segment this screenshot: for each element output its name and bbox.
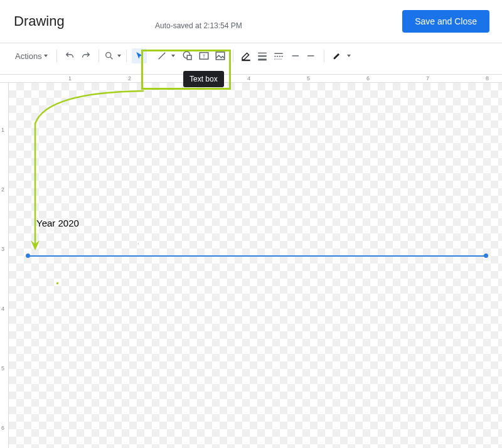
textbox-icon: T (198, 50, 210, 61)
line-dash-icon (273, 50, 284, 61)
svg-rect-4 (187, 55, 191, 60)
line-tool-button[interactable] (154, 48, 169, 63)
chevron-down-icon[interactable] (171, 55, 175, 57)
line-weight-button[interactable] (255, 48, 270, 63)
divider (126, 50, 127, 62)
midpoint-mark: . (137, 238, 139, 245)
svg-rect-11 (258, 59, 267, 61)
svg-line-2 (158, 53, 165, 60)
cursor-icon (134, 51, 144, 61)
svg-rect-7 (216, 52, 225, 60)
redo-button[interactable] (78, 48, 93, 63)
image-tool-button[interactable] (213, 48, 228, 63)
drawn-line[interactable] (28, 255, 486, 257)
header-bar: Drawing Auto-saved at 2:13:54 PM Save an… (0, 0, 502, 43)
textbox-tool-button[interactable]: T (196, 48, 211, 63)
divider (233, 50, 233, 62)
canvas-text-year[interactable]: Year 2020 (36, 218, 79, 228)
actions-label: Actions (15, 51, 42, 61)
vertical-ruler: 1 2 3 4 5 6 (0, 83, 9, 448)
svg-point-0 (105, 53, 110, 58)
divider (56, 50, 57, 62)
chevron-down-icon (117, 55, 121, 57)
zoom-dropdown[interactable] (104, 51, 121, 61)
actions-menu[interactable]: Actions (11, 49, 51, 63)
redo-icon (81, 51, 91, 61)
line-handle-left[interactable] (26, 253, 30, 258)
line-end-icon (306, 50, 317, 61)
svg-text:T: T (202, 53, 205, 59)
horizontal-ruler: 1 2 3 4 5 6 7 8 (0, 74, 502, 83)
image-icon (215, 50, 226, 61)
svg-rect-9 (258, 53, 267, 54)
svg-line-1 (110, 57, 112, 59)
edit-tool-button[interactable] (329, 48, 344, 63)
annotation-arrow (21, 86, 159, 262)
divider (324, 50, 324, 62)
pencil-underline-icon (240, 50, 252, 61)
line-start-icon (289, 50, 301, 61)
shape-tool-button[interactable] (180, 48, 195, 63)
dialog-title: Drawing (14, 13, 65, 29)
line-icon (157, 51, 167, 61)
drawing-canvas[interactable]: Year 2020 . (9, 83, 502, 448)
toolbar: Actions T (0, 43, 502, 68)
svg-rect-8 (242, 60, 250, 61)
undo-icon (65, 51, 75, 61)
autosave-status: Auto-saved at 2:13:54 PM (155, 21, 242, 30)
pencil-icon (332, 51, 342, 61)
chevron-down-icon[interactable] (347, 55, 351, 57)
save-and-close-button[interactable]: Save and Close (402, 10, 489, 33)
line-dash-button[interactable] (271, 48, 286, 63)
annotation-dot (56, 282, 58, 284)
line-handle-right[interactable] (484, 253, 488, 258)
arrow-end-button[interactable] (304, 48, 319, 63)
arrow-start-button[interactable] (287, 48, 302, 63)
line-color-button[interactable] (238, 48, 254, 63)
svg-rect-10 (258, 55, 267, 56)
select-tool-button[interactable] (132, 48, 147, 63)
textbox-tooltip: Text box (183, 71, 224, 87)
shape-icon (182, 50, 193, 61)
divider (99, 50, 99, 62)
zoom-icon (104, 51, 114, 61)
line-weight-icon (257, 50, 268, 61)
chevron-down-icon (44, 55, 48, 57)
undo-button[interactable] (62, 48, 77, 63)
